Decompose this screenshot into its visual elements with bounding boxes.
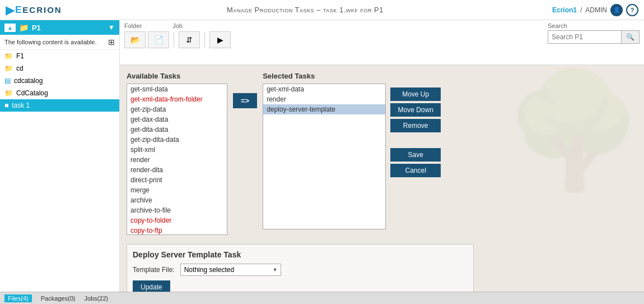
status-files: Files(4): [4, 294, 32, 302]
username-link[interactable]: Ecrion1: [552, 6, 577, 14]
move-up-button[interactable]: Move Up: [390, 87, 441, 101]
folder-icon: 📁: [4, 52, 13, 60]
selected-list-item[interactable]: render: [263, 94, 385, 104]
list-item[interactable]: copy-to-ftp: [127, 225, 227, 235]
search-button[interactable]: 🔍: [621, 31, 639, 43]
sidebar-item-CdCatalog[interactable]: 📁 CdCatalog: [0, 87, 119, 99]
sidebar-dropdown-icon[interactable]: ▼: [108, 24, 115, 31]
list-item[interactable]: get-xml-data-from-folder: [127, 94, 227, 104]
sidebar-up-button[interactable]: ▲: [4, 24, 16, 32]
available-tasks-list[interactable]: get-sml-data get-xml-data-from-folder ge…: [127, 84, 227, 235]
folder-open-button[interactable]: 📂: [124, 31, 146, 48]
move-down-button[interactable]: Move Down: [390, 103, 441, 117]
sidebar-item-label: F1: [16, 52, 24, 60]
sidebar-item-label: task 1: [12, 102, 30, 109]
remove-button[interactable]: Remove: [390, 119, 441, 132]
list-item[interactable]: archive: [127, 195, 227, 205]
template-file-select[interactable]: Nothing selected: [180, 264, 281, 276]
search-area: Search 🔍: [548, 22, 640, 44]
deploy-section: Deploy Server Template Task Template Fil…: [127, 244, 474, 292]
folder-icon: 📁: [4, 65, 13, 72]
job-play-button[interactable]: ▶: [209, 31, 231, 48]
folder-icon: 📁: [4, 89, 13, 97]
job-label: Job: [172, 22, 183, 29]
header-user-area: Ecrion1 / ADMIN 👤 ?: [538, 4, 638, 16]
job-sort-button[interactable]: ⇵: [179, 31, 200, 48]
logo-e: E: [15, 4, 21, 16]
deploy-section-title: Deploy Server Template Task: [133, 250, 468, 259]
save-button[interactable]: Save: [390, 148, 441, 162]
available-tasks-title: Available Tasks: [127, 72, 227, 80]
sidebar-folder-icon: 📁: [19, 23, 29, 32]
list-item[interactable]: get-dita-data: [127, 125, 227, 135]
list-item[interactable]: get-sml-data: [127, 84, 227, 94]
action-buttons: Move Up Move Down Remove Save Cancel: [390, 72, 441, 229]
user-role: ADMIN: [585, 6, 607, 14]
sidebar-item-cd[interactable]: 📁 cd: [0, 62, 119, 75]
sidebar-item-label: cdcatalog: [14, 77, 43, 85]
content-area: 🌳 Available Tasks get-sml-data get-xml-d…: [120, 65, 644, 292]
list-item[interactable]: archive-to-file: [127, 205, 227, 215]
help-button[interactable]: ?: [626, 4, 638, 16]
list-item[interactable]: direct-print: [127, 175, 227, 185]
list-item[interactable]: get-zip-dita-data: [127, 135, 227, 145]
available-tasks-section: Available Tasks get-sml-data get-xml-dat…: [127, 72, 227, 235]
list-item[interactable]: merge: [127, 185, 227, 195]
sidebar-item-cdcatalog[interactable]: ▤ cdcatalog: [0, 75, 119, 87]
header-title: Manage Production Tasks – task 1.wkf for…: [73, 6, 538, 14]
update-button[interactable]: Update: [133, 280, 170, 292]
selected-list-item-active[interactable]: deploy-server-template: [263, 104, 385, 114]
list-item[interactable]: render: [127, 155, 227, 165]
add-task-button[interactable]: =>: [233, 93, 257, 108]
list-item[interactable]: copy-to-folder: [127, 215, 227, 225]
search-label: Search: [548, 22, 640, 29]
selected-list-item[interactable]: get-xml-data: [263, 84, 385, 94]
sidebar-description: The following content is available.: [4, 39, 96, 45]
selected-tasks-list[interactable]: get-xml-data render deploy-server-templa…: [263, 84, 386, 229]
sidebar-item-task1[interactable]: ■ task 1: [0, 99, 119, 112]
sidebar: ▲ 📁 P1 ▼ The following content is availa…: [0, 20, 120, 292]
sidebar-title: P1: [32, 24, 41, 32]
folder-refresh-button[interactable]: 📄: [148, 31, 169, 48]
status-jobs: Jobs(22): [84, 295, 108, 302]
status-bar: Files(4) Packages(0) Jobs(22): [0, 292, 644, 304]
sidebar-item-label: CdCatalog: [16, 89, 48, 97]
search-input[interactable]: [548, 31, 621, 43]
sidebar-item-label: cd: [16, 65, 24, 72]
selected-list-wrap: Selected Tasks get-xml-data render deplo…: [263, 72, 386, 229]
arrow-section: =>: [233, 72, 257, 108]
template-file-label: Template File:: [133, 266, 175, 274]
list-item[interactable]: get-zip-data: [127, 104, 227, 114]
list-item[interactable]: split-xml: [127, 145, 227, 155]
status-packages: Packages(0): [41, 295, 76, 302]
user-profile-button[interactable]: 👤: [610, 4, 623, 16]
sidebar-description-row: The following content is available. ⊞: [0, 35, 119, 50]
main-toolbar: Folder Job 📂 📄 ⇵ ▶ Search 🔍: [120, 20, 644, 65]
user-separator: /: [580, 6, 582, 14]
selected-tasks-title: Selected Tasks: [263, 72, 386, 80]
sidebar-items: 📁 F1 📁 cd ▤ cdcatalog 📁 CdCatalog ■ task…: [0, 50, 119, 292]
template-file-select-wrap: Nothing selected ▼: [180, 264, 281, 276]
task-icon: ■: [4, 102, 8, 109]
list-item[interactable]: render-dita: [127, 165, 227, 175]
sidebar-header: ▲ 📁 P1 ▼: [0, 20, 119, 35]
logo-text: ECRION: [22, 5, 62, 15]
cdcatalog-icon: ▤: [4, 77, 11, 85]
cancel-button[interactable]: Cancel: [390, 164, 441, 177]
list-item[interactable]: get-dax-data: [127, 114, 227, 125]
grid-view-icon[interactable]: ⊞: [108, 38, 115, 47]
logo-icon: ▶: [6, 3, 14, 17]
selected-tasks-section: Selected Tasks get-xml-data render deplo…: [263, 72, 441, 229]
sidebar-item-F1[interactable]: 📁 F1: [0, 50, 119, 62]
folder-label: Folder: [124, 22, 142, 29]
logo: ▶ E ECRION: [6, 3, 73, 17]
